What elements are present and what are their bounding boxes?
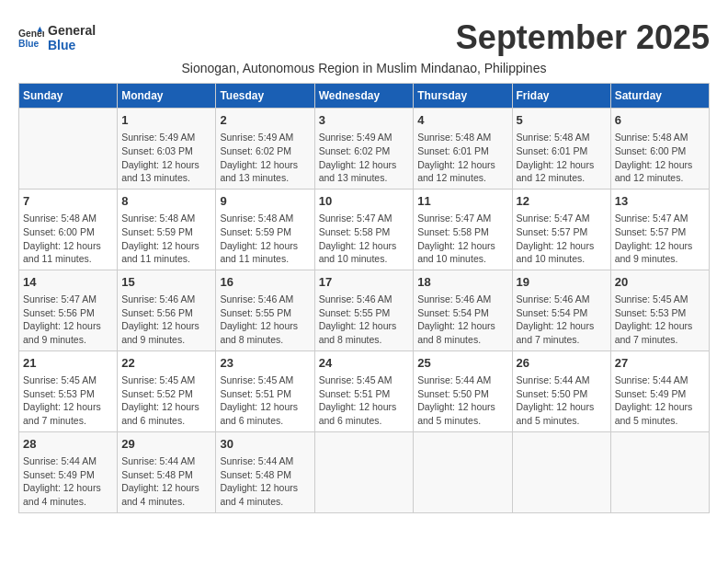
- day-number: 1: [121, 112, 211, 129]
- day-info: Daylight: 12 hours: [23, 400, 113, 414]
- day-info: Daylight: 12 hours: [121, 400, 211, 414]
- calendar-header-row: SundayMondayTuesdayWednesdayThursdayFrid…: [19, 84, 710, 109]
- day-info: Daylight: 12 hours: [23, 481, 113, 495]
- calendar-cell: 18Sunrise: 5:46 AMSunset: 5:54 PMDayligh…: [414, 270, 512, 350]
- calendar-cell: 13Sunrise: 5:47 AMSunset: 5:57 PMDayligh…: [610, 189, 709, 270]
- day-info: and 7 minutes.: [615, 333, 705, 347]
- header-day-wednesday: Wednesday: [314, 84, 414, 109]
- day-info: Daylight: 12 hours: [517, 239, 607, 253]
- day-info: and 13 minutes.: [121, 171, 211, 185]
- day-number: 2: [220, 112, 310, 129]
- day-info: Daylight: 12 hours: [319, 319, 410, 333]
- day-info: Daylight: 12 hours: [417, 239, 507, 253]
- day-info: Daylight: 12 hours: [319, 158, 410, 172]
- day-info: and 6 minutes.: [319, 414, 410, 428]
- day-info: Sunrise: 5:47 AM: [23, 293, 113, 306]
- day-info: and 6 minutes.: [220, 414, 310, 428]
- calendar-cell: 16Sunrise: 5:46 AMSunset: 5:55 PMDayligh…: [216, 270, 314, 350]
- svg-text:Blue: Blue: [18, 39, 40, 49]
- day-info: Sunrise: 5:46 AM: [220, 293, 310, 306]
- day-info: Daylight: 12 hours: [417, 400, 507, 414]
- day-number: 26: [517, 355, 607, 372]
- calendar-cell: 9Sunrise: 5:48 AMSunset: 5:59 PMDaylight…: [216, 189, 314, 270]
- day-info: Sunrise: 5:48 AM: [23, 212, 113, 225]
- day-info: Sunrise: 5:48 AM: [615, 131, 705, 144]
- day-number: 10: [319, 193, 410, 210]
- day-info: Sunset: 5:58 PM: [417, 225, 507, 239]
- calendar-cell: [314, 431, 414, 512]
- calendar-cell: [19, 109, 118, 190]
- day-info: Sunset: 5:54 PM: [517, 306, 607, 320]
- day-info: Sunset: 5:49 PM: [23, 468, 113, 482]
- day-info: Sunrise: 5:47 AM: [319, 212, 410, 225]
- day-info: Sunrise: 5:45 AM: [220, 373, 310, 387]
- day-info: Daylight: 12 hours: [417, 158, 507, 172]
- day-info: Sunrise: 5:47 AM: [517, 212, 607, 225]
- calendar-cell: 10Sunrise: 5:47 AMSunset: 5:58 PMDayligh…: [314, 189, 414, 270]
- calendar-cell: 21Sunrise: 5:45 AMSunset: 5:53 PMDayligh…: [19, 350, 118, 431]
- day-info: and 13 minutes.: [319, 171, 410, 185]
- day-number: 4: [417, 112, 507, 129]
- day-info: and 12 minutes.: [417, 171, 507, 185]
- day-info: Sunset: 5:48 PM: [121, 468, 211, 482]
- calendar-week-1: 1Sunrise: 5:49 AMSunset: 6:03 PMDaylight…: [19, 109, 710, 190]
- day-info: and 4 minutes.: [23, 495, 113, 509]
- header-day-monday: Monday: [118, 84, 216, 109]
- day-number: 11: [417, 193, 507, 210]
- day-info: Sunset: 5:59 PM: [121, 225, 211, 239]
- day-number: 15: [121, 274, 211, 291]
- day-info: Sunset: 5:55 PM: [220, 306, 310, 320]
- calendar-cell: 3Sunrise: 5:49 AMSunset: 6:02 PMDaylight…: [314, 109, 414, 190]
- day-info: Sunrise: 5:44 AM: [23, 454, 113, 468]
- day-info: Sunrise: 5:48 AM: [417, 131, 507, 144]
- day-info: Sunrise: 5:48 AM: [121, 212, 211, 225]
- day-info: Sunrise: 5:46 AM: [517, 293, 607, 306]
- calendar-cell: [414, 431, 512, 512]
- day-info: Daylight: 12 hours: [220, 481, 310, 495]
- day-number: 12: [517, 193, 607, 210]
- day-info: Sunset: 5:52 PM: [121, 387, 211, 401]
- day-info: Daylight: 12 hours: [615, 319, 705, 333]
- day-number: 17: [319, 274, 410, 291]
- calendar-cell: 28Sunrise: 5:44 AMSunset: 5:49 PMDayligh…: [19, 431, 118, 512]
- day-info: Sunrise: 5:46 AM: [121, 293, 211, 306]
- day-number: 27: [615, 355, 705, 372]
- day-number: 13: [615, 193, 705, 210]
- calendar-cell: 7Sunrise: 5:48 AMSunset: 6:00 PMDaylight…: [19, 189, 118, 270]
- day-number: 19: [517, 274, 607, 291]
- calendar-cell: 2Sunrise: 5:49 AMSunset: 6:02 PMDaylight…: [216, 109, 314, 190]
- day-info: Sunrise: 5:44 AM: [220, 454, 310, 468]
- calendar-cell: 26Sunrise: 5:44 AMSunset: 5:50 PMDayligh…: [512, 350, 610, 431]
- day-info: Daylight: 12 hours: [220, 319, 310, 333]
- day-info: Sunset: 5:51 PM: [319, 387, 410, 401]
- day-info: Daylight: 12 hours: [615, 158, 705, 172]
- day-info: Sunrise: 5:45 AM: [319, 373, 410, 387]
- day-info: Daylight: 12 hours: [615, 239, 705, 253]
- day-info: Sunrise: 5:48 AM: [220, 212, 310, 225]
- calendar-cell: 14Sunrise: 5:47 AMSunset: 5:56 PMDayligh…: [19, 270, 118, 350]
- day-number: 21: [23, 355, 113, 372]
- day-info: Sunset: 5:54 PM: [417, 306, 507, 320]
- day-info: Daylight: 12 hours: [220, 158, 310, 172]
- calendar-cell: [610, 431, 709, 512]
- logo: General Blue General Blue: [18, 23, 96, 52]
- day-info: and 11 minutes.: [23, 252, 113, 266]
- day-number: 22: [121, 355, 211, 372]
- day-number: 23: [220, 355, 310, 372]
- day-info: Sunrise: 5:45 AM: [23, 373, 113, 387]
- day-number: 9: [220, 193, 310, 210]
- calendar-subtitle: Sionogan, Autonomous Region in Muslim Mi…: [18, 61, 710, 75]
- day-info: Daylight: 12 hours: [121, 239, 211, 253]
- calendar-cell: 27Sunrise: 5:44 AMSunset: 5:49 PMDayligh…: [610, 350, 709, 431]
- day-info: Sunrise: 5:49 AM: [220, 131, 310, 144]
- day-number: 6: [615, 112, 705, 129]
- day-info: and 5 minutes.: [417, 414, 507, 428]
- day-info: and 4 minutes.: [121, 495, 211, 509]
- day-info: Daylight: 12 hours: [319, 400, 410, 414]
- day-info: and 12 minutes.: [615, 171, 705, 185]
- day-info: Daylight: 12 hours: [220, 400, 310, 414]
- day-info: Sunset: 5:51 PM: [220, 387, 310, 401]
- day-number: 29: [121, 436, 211, 453]
- day-info: Sunrise: 5:44 AM: [517, 373, 607, 387]
- header-day-friday: Friday: [512, 84, 610, 109]
